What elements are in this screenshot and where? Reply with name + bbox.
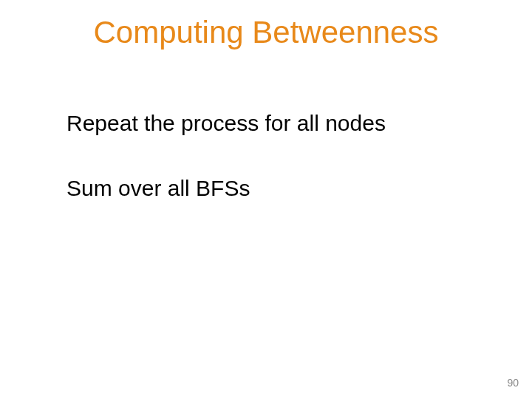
body-line-2: Sum over all BFSs bbox=[66, 176, 250, 201]
body-line-1: Repeat the process for all nodes bbox=[66, 111, 386, 136]
slide: Computing Betweenness Repeat the process… bbox=[0, 0, 532, 399]
page-number: 90 bbox=[507, 377, 519, 389]
slide-title: Computing Betweenness bbox=[0, 15, 532, 50]
